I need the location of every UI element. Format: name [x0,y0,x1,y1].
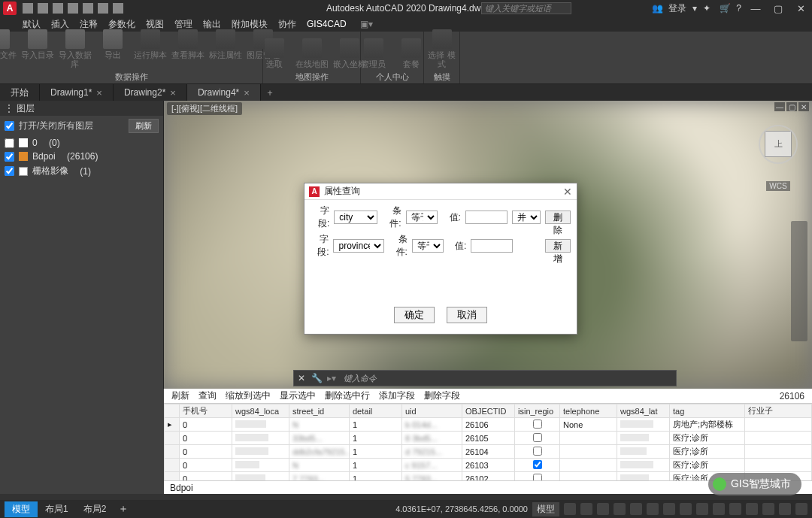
layout-tab[interactable]: 布局2 [76,501,114,517]
table-row[interactable]: 0ddb2cfa79215...1d 79215...26104医疗;诊所 [165,445,812,459]
model-tab[interactable]: 模型 [5,501,38,517]
close-icon[interactable]: ✕ [294,371,309,386]
table-row[interactable]: 0N1c 9157...26103医疗;诊所 [165,459,812,472]
ribbon-tab[interactable]: 参数化 [108,18,135,31]
ortho-icon[interactable] [597,503,609,515]
qat-plot-icon[interactable] [83,3,93,14]
command-line[interactable]: ✕ 🔧 ▸▾ 键入命令 [293,370,677,386]
add-layout-button[interactable]: ＋ [114,502,133,516]
cancel-button[interactable]: 取消 [447,307,487,323]
navigation-bar[interactable] [791,221,807,341]
workspace-icon[interactable] [713,503,725,515]
close-icon[interactable]: × [96,87,102,98]
layer-checkbox[interactable] [5,138,14,148]
tb-refresh[interactable]: 刷新 [171,389,189,402]
help-search-input[interactable]: 键入关键字或短语 [481,2,571,14]
command-chevron-icon[interactable]: ▸▾ [327,373,336,383]
layer-item[interactable]: 栅格影像 (1) [5,163,159,179]
polar-icon[interactable] [614,503,626,515]
ribbon-button[interactable]: 选择 模式 [426,29,459,68]
chevron-down-icon[interactable]: ▾ [692,3,697,14]
tb-add-field[interactable]: 添加字段 [379,389,415,402]
ribbon-tab[interactable]: 附加模块 [232,18,268,31]
ribbon-button[interactable]: 套餐 [395,38,428,68]
help-icon[interactable]: ? [736,3,741,14]
doc-close-button[interactable]: ✕ [798,102,809,111]
refresh-button[interactable]: 刷新 [129,119,159,133]
ribbon-tab[interactable]: 默认 [23,18,41,31]
overflow-icon[interactable]: ▣▾ [360,19,373,29]
login-button[interactable]: 登录 [668,2,686,15]
view-label[interactable]: [-][俯视][二维线框] [167,102,242,115]
regio-checkbox[interactable] [533,447,542,456]
wrench-icon[interactable]: 🔧 [309,371,324,386]
ribbon-button[interactable]: 导出 [96,29,129,68]
ribbon-tab[interactable]: 视图 [146,18,164,31]
regio-checkbox[interactable] [533,460,542,469]
qat-redo-icon[interactable] [113,3,123,14]
regio-checkbox[interactable] [533,474,542,481]
new-tab-button[interactable]: ＋ [261,84,279,101]
viewcube-ring-icon[interactable] [759,125,798,164]
add-row-button[interactable]: 新增 [545,239,571,253]
gear-icon[interactable] [729,503,741,515]
maximize-button[interactable]: ▢ [770,3,786,14]
ribbon-button[interactable]: 在线地图 [295,38,329,68]
ribbon-tab[interactable]: 协作 [278,18,296,31]
ribbon-button[interactable]: 导入文件 [0,29,17,68]
ribbon-button[interactable]: 管理员 [357,38,390,68]
delete-row-button[interactable]: 删除 [545,211,571,224]
table-row[interactable]: ▸0N1b 014d...26106None房地产;内部楼栋 [165,418,812,432]
ribbon-tab[interactable]: 插入 [51,18,69,31]
panel-handle-icon[interactable]: ⋮ [5,103,14,114]
document-tab[interactable]: Drawing1*× [40,84,114,101]
qat-undo-icon[interactable] [98,3,108,14]
qat-save-icon[interactable] [53,3,63,14]
close-button[interactable]: ✕ [792,3,809,14]
regio-checkbox[interactable] [533,420,542,429]
snap-icon[interactable] [580,503,592,515]
toggle-all-layers-checkbox[interactable] [5,121,14,131]
field-select[interactable]: city [334,211,377,224]
ribbon-tab[interactable]: 注释 [80,18,98,31]
condition-select[interactable]: 等于 [412,239,444,253]
minimize-button[interactable]: — [747,3,764,14]
layer-checkbox[interactable] [5,166,14,176]
ribbon-tab[interactable]: 输出 [203,18,221,31]
field-select[interactable]: province [333,239,384,253]
document-tab[interactable]: Drawing2*× [114,84,187,101]
transparency-icon[interactable] [680,503,692,515]
people-icon[interactable]: 👥 [652,3,662,14]
wcs-label[interactable]: WCS [766,181,789,191]
join-select[interactable]: 并且 [512,211,541,224]
lineweight-icon[interactable] [663,503,675,515]
layout-tab[interactable]: 布局1 [38,501,76,517]
view-cube[interactable]: 上 WCS [755,131,801,191]
tb-show-selected[interactable]: 显示选中 [280,389,316,402]
ok-button[interactable]: 确定 [394,307,435,323]
ribbon-button[interactable]: 标注属性 [209,29,242,68]
tb-zoom-selected[interactable]: 缩放到选中 [226,389,271,402]
layer-item[interactable]: Bdpoi (26106) [5,150,159,163]
ribbon-button[interactable]: 查看脚本 [171,29,205,68]
annotation-icon[interactable] [696,503,708,515]
grid-icon[interactable] [564,503,576,515]
osnap-icon[interactable] [630,503,642,515]
cart-icon[interactable]: 🛒 [720,3,730,14]
isolate-icon[interactable] [746,503,758,515]
hardware-accel-icon[interactable] [762,503,774,515]
attribute-table[interactable]: 手机号wgs84_locastreet_iddetailuidOBJECTIDi… [164,404,812,480]
value-input[interactable] [471,239,513,253]
customize-icon[interactable] [795,503,807,515]
qat-new-icon[interactable] [23,3,33,14]
document-tab-active[interactable]: Drawing4*× [187,84,261,101]
doc-restore-button[interactable]: ▢ [786,102,797,111]
ribbon-button[interactable]: 导入目录 [21,29,54,68]
table-row[interactable]: 033bd5...18 3bd5...26105医疗;诊所 [165,432,812,445]
regio-checkbox[interactable] [533,433,542,442]
layer-checkbox[interactable] [5,152,14,162]
otrack-icon[interactable] [647,503,659,515]
exchange-icon[interactable]: ✦ [703,3,714,14]
tb-delete-selected[interactable]: 删除选中行 [325,389,370,402]
qat-open-icon[interactable] [38,3,48,14]
